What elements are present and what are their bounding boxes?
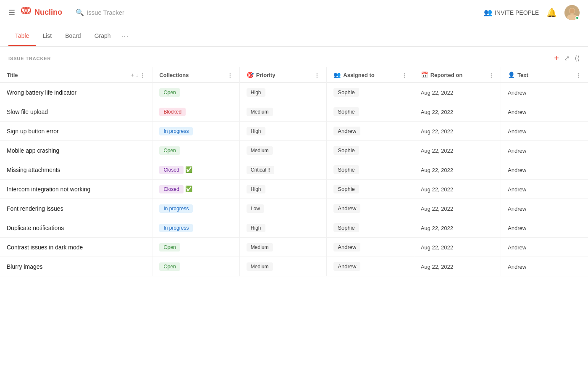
col-text-more-icon[interactable]: ⋮ <box>576 72 581 78</box>
col-title-label: Title <box>7 72 18 78</box>
priority-badge[interactable]: Critical ‼ <box>247 166 274 174</box>
tab-board[interactable]: Board <box>58 26 87 46</box>
tab-table[interactable]: Table <box>8 26 36 46</box>
notification-icon[interactable]: 🔔 <box>546 8 557 18</box>
row-title[interactable]: Missing attachments <box>7 167 60 173</box>
assigned-badge: Sophie <box>333 165 359 174</box>
collection-badge[interactable]: In progress <box>159 204 193 213</box>
row-title[interactable]: Wrong battery life indicator <box>7 89 76 96</box>
row-title[interactable]: Font rendering issues <box>7 205 63 212</box>
reported-date: Aug 22, 2022 <box>421 90 453 96</box>
collection-badge[interactable]: Closed <box>159 166 183 174</box>
section-actions: + ⤢ ⟨⟨ <box>554 53 580 63</box>
checkmark-icon: ✅ <box>185 166 192 173</box>
priority-col-icon: 🎯 <box>247 71 254 78</box>
hamburger-icon[interactable]: ☰ <box>8 8 15 17</box>
row-title[interactable]: Sign up button error <box>7 128 59 135</box>
logo-text: Nuclino <box>34 8 62 17</box>
search-icon: 🔍 <box>76 8 84 16</box>
table-row: Wrong battery life indicatorOpenHighSoph… <box>0 83 588 102</box>
col-reported-more-icon[interactable]: ⋮ <box>488 72 494 78</box>
text-value: Andrew <box>508 148 526 154</box>
assigned-badge: Andrew <box>333 262 360 271</box>
priority-badge[interactable]: High <box>247 224 265 232</box>
text-value: Andrew <box>508 186 526 193</box>
priority-badge[interactable]: Medium <box>247 262 273 271</box>
priority-badge[interactable]: Low <box>247 204 264 213</box>
row-title[interactable]: Intercom integration not working <box>7 186 90 193</box>
col-reported-label: Reported on <box>430 72 463 78</box>
col-collections-more-icon[interactable]: ⋮ <box>227 72 233 78</box>
reported-date: Aug 22, 2022 <box>421 167 453 173</box>
collection-badge[interactable]: In progress <box>159 224 193 232</box>
avatar[interactable] <box>564 5 580 20</box>
col-title-add-icon[interactable]: + <box>131 72 134 78</box>
invite-icon: 👥 <box>484 8 492 16</box>
assigned-badge: Andrew <box>333 204 360 213</box>
row-title[interactable]: Mobile app crashing <box>7 147 59 154</box>
row-title[interactable]: Slow file upload <box>7 109 48 115</box>
col-title-more-icon[interactable]: ⋮ <box>140 72 145 78</box>
reported-date: Aug 22, 2022 <box>421 148 453 154</box>
col-title-sort-icon[interactable]: ↓ <box>136 72 139 78</box>
row-title[interactable]: Contrast issues in dark mode <box>7 244 83 251</box>
assigned-badge: Sophie <box>333 223 359 232</box>
priority-badge[interactable]: Medium <box>247 146 273 155</box>
table-header-row: Title + ↓ ⋮ Collections ⋮ <box>0 67 588 83</box>
table-row: Blurry imagesOpenMediumAndrewAug 22, 202… <box>0 257 588 276</box>
tab-more-icon[interactable]: ⋯ <box>118 25 132 46</box>
reported-date: Aug 22, 2022 <box>421 109 453 115</box>
search-label: Issue Tracker <box>87 9 124 16</box>
invite-people-button[interactable]: 👥 INVITE PEOPLE <box>484 8 539 16</box>
table-wrapper: Title + ↓ ⋮ Collections ⋮ <box>0 67 588 276</box>
col-header-title: Title + ↓ ⋮ <box>0 67 152 83</box>
collection-badge[interactable]: Open <box>159 146 180 155</box>
row-title[interactable]: Blurry images <box>7 263 43 270</box>
search-wrapper[interactable]: 🔍 Issue Tracker <box>76 8 124 16</box>
tab-graph[interactable]: Graph <box>88 26 118 46</box>
col-collections-label: Collections <box>159 72 189 78</box>
assigned-badge: Sophie <box>333 146 359 155</box>
reported-date: Aug 22, 2022 <box>421 206 453 212</box>
section-title: ISSUE TRACKER <box>8 56 51 61</box>
main-content: ISSUE TRACKER + ⤢ ⟨⟨ Title + ↓ ⋮ <box>0 47 588 276</box>
text-value: Andrew <box>508 264 526 270</box>
col-header-priority: 🎯 Priority ⋮ <box>239 67 326 83</box>
table-row: Duplicate notificationsIn progressHighSo… <box>0 218 588 238</box>
priority-badge[interactable]: High <box>247 88 265 97</box>
collection-badge[interactable]: Closed <box>159 185 183 193</box>
collection-badge[interactable]: Open <box>159 262 180 271</box>
table-row: Missing attachmentsClosed ✅Critical ‼Sop… <box>0 160 588 180</box>
add-row-button[interactable]: + <box>554 53 559 63</box>
table-row: Sign up button errorIn progressHighAndre… <box>0 122 588 141</box>
priority-badge[interactable]: Medium <box>247 243 273 252</box>
table-row: Intercom integration not workingClosed ✅… <box>0 180 588 199</box>
col-priority-label: Priority <box>256 72 276 78</box>
text-col-icon: 👤 <box>508 71 515 78</box>
priority-badge[interactable]: High <box>247 127 265 135</box>
col-assigned-more-icon[interactable]: ⋮ <box>402 72 407 78</box>
collection-badge[interactable]: In progress <box>159 127 193 135</box>
reported-date: Aug 22, 2022 <box>421 264 453 270</box>
col-assigned-label: Assigned to <box>343 72 374 78</box>
table-row: Mobile app crashingOpenMediumSophieAug 2… <box>0 141 588 160</box>
collapse-button[interactable]: ⟨⟨ <box>575 54 580 62</box>
online-status-dot <box>575 16 579 20</box>
row-title[interactable]: Duplicate notifications <box>7 225 64 231</box>
priority-badge[interactable]: Medium <box>247 108 273 116</box>
text-value: Andrew <box>508 225 526 231</box>
collection-badge[interactable]: Open <box>159 88 180 97</box>
expand-button[interactable]: ⤢ <box>564 54 570 62</box>
collection-badge[interactable]: Blocked <box>159 108 186 116</box>
col-header-collections: Collections ⋮ <box>152 67 239 83</box>
collection-badge[interactable]: Open <box>159 243 180 252</box>
assigned-col-icon: 👥 <box>333 71 341 78</box>
priority-badge[interactable]: High <box>247 185 265 193</box>
tab-list[interactable]: List <box>36 26 58 46</box>
col-priority-more-icon[interactable]: ⋮ <box>314 72 320 78</box>
text-value: Andrew <box>508 128 526 135</box>
assigned-badge: Sophie <box>333 185 359 193</box>
logo-wrapper: Nuclino <box>20 5 62 20</box>
assigned-badge: Sophie <box>333 88 359 97</box>
table-row: Contrast issues in dark modeOpenMediumAn… <box>0 238 588 257</box>
